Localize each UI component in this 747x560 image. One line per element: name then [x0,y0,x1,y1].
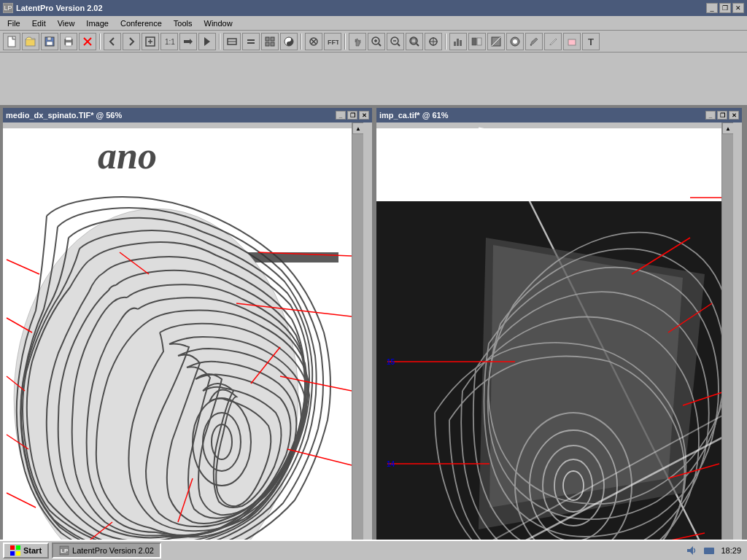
win1-restore[interactable]: ❐ [347,111,357,120]
win2-scroll-up[interactable]: ▲ [722,122,733,134]
svg-rect-20 [266,42,269,46]
crosshair-btn[interactable] [425,33,442,50]
flip-btn[interactable] [198,33,216,50]
zoom-box-btn[interactable] [406,33,423,50]
svg-rect-113 [16,545,20,550]
svg-rect-6 [66,42,71,46]
equal-btn[interactable] [242,33,260,50]
win2-vscroll[interactable]: ▲ ▼ [721,122,733,560]
svg-rect-44 [460,40,462,46]
svg-line-30 [379,44,381,46]
taskbar-app-icon: LP [59,545,69,556]
histogram-btn[interactable] [449,33,467,50]
win1-vscroll[interactable]: ▲ ▼ [352,122,363,560]
grid-btn[interactable] [261,33,279,50]
win1-titlebar[interactable]: medio_dx_spinato.TIF* @ 56% _ ❐ ✕ [3,108,372,122]
zoom-out-btn[interactable] [387,33,404,50]
text-btn[interactable]: T [582,33,600,50]
svg-text:14: 14 [387,460,395,468]
title-bar-left: LP LatentPro Version 2.02 [3,3,103,13]
tool-x-btn[interactable] [305,33,322,50]
svg-rect-1 [26,39,35,46]
brightness-btn[interactable] [468,33,486,50]
print-btn[interactable] [60,33,77,50]
stretch-btn[interactable] [223,33,241,50]
menu-bar: File Edit View Image Conference Tools Wi… [0,16,747,31]
svg-text:LP: LP [61,548,69,554]
svg-point-23 [288,39,290,40]
win1-scroll-up[interactable]: ▲ [352,122,363,134]
menu-conference[interactable]: Conference [115,18,168,29]
win1-close[interactable]: ✕ [359,111,369,120]
start-label: Start [23,546,42,555]
sep2 [219,34,220,50]
svg-text:FFT: FFT [328,39,338,46]
svg-line-37 [417,44,419,46]
zoom-in-btn[interactable] [368,33,385,50]
menu-view[interactable]: View [52,18,81,29]
svg-rect-51 [568,39,576,45]
contrast-btn[interactable] [487,33,505,50]
svg-rect-0 [8,36,15,47]
svg-rect-46 [477,38,481,45]
arrow-right-btn[interactable] [179,33,197,50]
win2-scroll-track-v[interactable] [722,134,733,560]
svg-text:ano: ano [98,135,157,176]
new-btn[interactable] [3,33,20,50]
svg-line-34 [398,44,400,46]
pencil-btn[interactable] [544,33,562,50]
restore-button[interactable]: ❐ [719,3,731,13]
win2-minimize[interactable]: _ [705,111,716,120]
menu-edit[interactable]: Edit [26,18,52,29]
taskbar-app-button[interactable]: LP LatentPro Version 2.02 [52,542,161,559]
win2-title: imp_ca.tif* @ 61% [379,111,448,120]
close-button[interactable]: ✕ [732,3,744,13]
zoom-100-btn[interactable]: 1:1 [160,33,178,50]
svg-text:T: T [588,36,594,47]
filter-btn[interactable] [506,33,524,50]
win2-buttons: _ ❐ ✕ [705,111,739,120]
app-icon: LP [3,3,13,13]
menu-image[interactable]: Image [80,18,115,29]
svg-rect-19 [271,37,274,41]
minimize-button[interactable]: _ [706,3,718,13]
menu-tools[interactable]: Tools [168,18,198,29]
next-btn[interactable] [123,33,140,50]
sep5 [445,34,446,50]
menu-file[interactable]: File [1,18,26,29]
volume-icon [686,545,697,556]
win2-titlebar[interactable]: imp_ca.tif* @ 61% _ ❐ ✕ [376,108,742,122]
svg-rect-43 [457,39,459,46]
draw-btn[interactable] [525,33,543,50]
svg-point-24 [288,43,290,44]
svg-text:1:1: 1:1 [165,38,175,46]
svg-rect-112 [10,545,15,550]
menu-window[interactable]: Window [198,18,239,29]
win2-close[interactable]: ✕ [729,111,739,120]
yin-yang-btn[interactable] [280,33,298,50]
prev-btn[interactable] [104,33,121,50]
open-btn[interactable] [22,33,39,50]
clock: 18:29 [721,546,741,555]
zoom-fit-btn[interactable] [142,33,159,50]
svg-rect-45 [472,38,476,45]
win1-title: medio_dx_spinato.TIF* @ 56% [6,111,122,120]
win2-restore[interactable]: ❐ [717,111,727,120]
toolbar: 1:1 FFT [0,31,747,52]
eraser-btn[interactable] [563,33,581,50]
sep3 [301,34,302,50]
title-bar-buttons: _ ❐ ✕ [706,3,744,13]
fft-btn[interactable]: FFT [324,33,341,50]
delete-btn[interactable] [79,33,96,50]
sep1 [99,34,101,50]
win1-scroll-track-v[interactable] [352,134,363,560]
start-button[interactable]: Start [3,542,49,559]
win1-minimize[interactable]: _ [336,111,346,120]
hand-btn[interactable] [349,33,366,50]
save-btn[interactable] [41,33,58,50]
taskbar: Start LP LatentPro Version 2.02 18:29 [0,540,747,560]
svg-rect-18 [266,37,269,41]
taskbar-system-tray: 18:29 [683,545,744,556]
svg-rect-81 [376,128,733,201]
sep4 [344,34,346,50]
